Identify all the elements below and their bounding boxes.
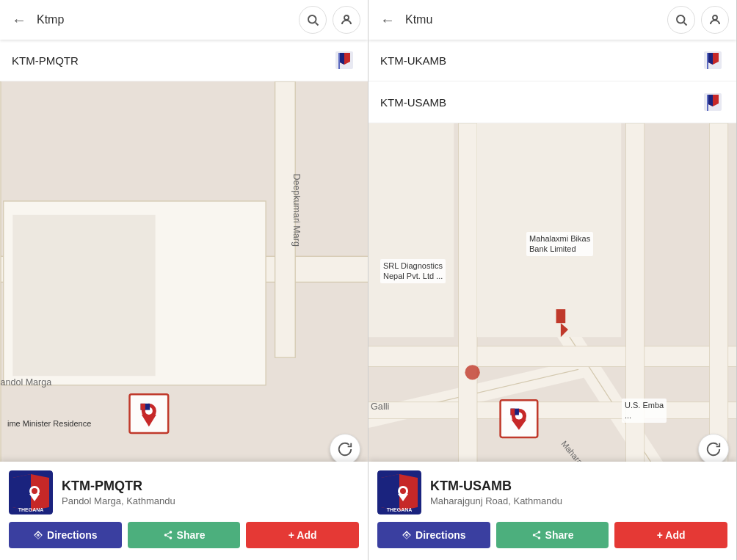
svg-line-43 bbox=[684, 23, 687, 26]
rotate-button-left[interactable] bbox=[330, 434, 360, 465]
search-icon-left bbox=[306, 13, 319, 26]
svg-point-88 bbox=[400, 488, 406, 494]
svg-text:Pandol Marga: Pandol Marga bbox=[0, 377, 51, 388]
thegana-logo-right: THEGANA bbox=[377, 470, 421, 514]
suggestion-label-ktm-usamb: KTM-USAMB bbox=[380, 96, 701, 109]
user-button-left[interactable] bbox=[333, 6, 360, 34]
search-input-right[interactable] bbox=[405, 13, 661, 26]
svg-point-91 bbox=[537, 531, 540, 534]
svg-point-0 bbox=[308, 15, 316, 23]
back-button-left[interactable]: ← bbox=[7, 8, 31, 32]
label-mahalaxmi-bank: Mahalaxmi BikasBank Limited bbox=[526, 232, 593, 256]
svg-line-94 bbox=[535, 536, 538, 537]
share-button-right[interactable]: Share bbox=[496, 522, 609, 548]
share-button-left[interactable]: Share bbox=[128, 522, 241, 548]
card-title-right: KTM-USAMB bbox=[430, 479, 727, 494]
rotate-button-right[interactable] bbox=[698, 434, 729, 465]
svg-rect-64 bbox=[368, 123, 454, 337]
svg-text:THEGANA: THEGANA bbox=[387, 507, 413, 512]
svg-line-1 bbox=[316, 23, 319, 26]
user-icon-right bbox=[708, 13, 722, 26]
svg-point-39 bbox=[169, 537, 172, 539]
suggestion-item-ktm-usamb[interactable]: KTM-USAMB bbox=[368, 81, 736, 123]
suggestion-list-left: KTM-PMQTR bbox=[0, 40, 368, 81]
map-flag-icon-left bbox=[333, 48, 356, 72]
directions-button-right[interactable]: Directions bbox=[377, 522, 490, 548]
search-input-left[interactable] bbox=[37, 13, 293, 26]
svg-point-34 bbox=[32, 488, 37, 494]
suggestion-list-right: KTM-UKAMB KTM-USAMB bbox=[368, 40, 736, 123]
bottom-card-left: THEGANA KTM-PMQTR Pandol Marga, Kathmand… bbox=[0, 462, 368, 560]
card-text-right: KTM-USAMB Maharajgunj Road, Kathmandu bbox=[430, 479, 727, 506]
add-button-left[interactable]: + Add bbox=[246, 522, 359, 548]
svg-marker-32 bbox=[12, 474, 31, 511]
user-icon-left bbox=[340, 13, 353, 26]
svg-rect-73 bbox=[511, 409, 515, 415]
svg-point-42 bbox=[677, 15, 685, 23]
svg-rect-6 bbox=[338, 53, 340, 69]
svg-point-38 bbox=[164, 534, 167, 537]
svg-rect-52 bbox=[707, 95, 708, 111]
directions-icon-right bbox=[402, 530, 412, 540]
svg-line-41 bbox=[167, 533, 170, 534]
svg-rect-48 bbox=[707, 53, 708, 69]
svg-text:THEGANA: THEGANA bbox=[18, 507, 44, 512]
rotate-icon-right bbox=[705, 441, 722, 457]
search-bar-left: ← bbox=[0, 0, 368, 40]
search-button-right[interactable] bbox=[667, 6, 695, 34]
svg-line-40 bbox=[167, 536, 170, 537]
card-info-left: THEGANA KTM-PMQTR Pandol Marga, Kathmand… bbox=[9, 470, 359, 514]
back-button-right[interactable]: ← bbox=[376, 8, 399, 32]
card-info-right: THEGANA KTM-USAMB Maharajgunj Road, Kath… bbox=[377, 470, 727, 514]
svg-point-93 bbox=[537, 537, 540, 539]
directions-button-left[interactable]: Directions bbox=[9, 522, 122, 548]
add-button-right[interactable]: + Add bbox=[614, 522, 727, 548]
share-icon-right bbox=[531, 530, 542, 540]
suggestion-label-ktm-pmqtr: KTM-PMQTR bbox=[12, 54, 333, 67]
svg-rect-63 bbox=[477, 123, 621, 337]
svg-line-95 bbox=[535, 533, 538, 534]
svg-rect-58 bbox=[368, 346, 736, 367]
svg-text:Nabil Galli: Nabil Galli bbox=[368, 401, 389, 412]
svg-rect-59 bbox=[368, 402, 736, 419]
search-button-left[interactable] bbox=[299, 6, 327, 34]
card-title-left: KTM-PMQTR bbox=[62, 479, 359, 494]
share-icon-left bbox=[163, 530, 173, 540]
svg-marker-86 bbox=[381, 474, 399, 511]
user-button-right[interactable] bbox=[701, 6, 729, 34]
label-pm-residence: ime Minister Residence bbox=[7, 419, 91, 428]
suggestion-item-ktm-ukamb[interactable]: KTM-UKAMB bbox=[368, 40, 736, 81]
label-us-embassy: U.S. Emba... bbox=[622, 399, 667, 423]
suggestion-item-ktm-pmqtr[interactable]: KTM-PMQTR bbox=[0, 40, 368, 81]
label-srl-diagnostics: SRL DiagnosticsNepal Pvt. Ltd ... bbox=[380, 259, 446, 283]
svg-text:Deepkumari Marg: Deepkumari Marg bbox=[291, 173, 302, 247]
suggestion-label-ktm-ukamb: KTM-UKAMB bbox=[380, 54, 701, 67]
search-bar-right: ← bbox=[368, 0, 736, 40]
card-actions-left: Directions Share + Add bbox=[9, 522, 359, 548]
card-text-left: KTM-PMQTR Pandol Marga, Kathmandu bbox=[62, 479, 359, 506]
svg-rect-67 bbox=[556, 309, 566, 323]
panel-right: ← KTM-UKAMB bbox=[368, 0, 737, 560]
svg-point-65 bbox=[465, 365, 480, 379]
svg-point-44 bbox=[713, 15, 717, 20]
bottom-card-right: THEGANA KTM-USAMB Maharajgunj Road, Kath… bbox=[368, 462, 736, 560]
svg-point-92 bbox=[532, 534, 535, 537]
card-subtitle-left: Pandol Marga, Kathmandu bbox=[62, 495, 359, 506]
card-subtitle-right: Maharajgunj Road, Kathmandu bbox=[430, 495, 727, 506]
rotate-icon-left bbox=[337, 441, 353, 457]
map-flag-icon-right-1 bbox=[701, 48, 725, 72]
svg-rect-21 bbox=[141, 404, 145, 410]
panel-left: ← KTM-PMQTR bbox=[0, 0, 368, 560]
search-icon-right bbox=[675, 13, 688, 26]
directions-icon-left bbox=[33, 530, 43, 540]
card-actions-right: Directions Share + Add bbox=[377, 522, 727, 548]
thegana-logo-left: THEGANA bbox=[9, 470, 53, 514]
map-flag-icon-right-2 bbox=[701, 90, 725, 114]
svg-point-37 bbox=[169, 531, 172, 534]
svg-point-2 bbox=[344, 15, 349, 20]
svg-rect-12 bbox=[12, 215, 155, 376]
